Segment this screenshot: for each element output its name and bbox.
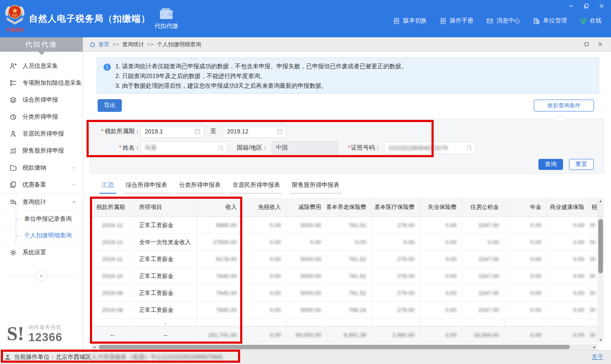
titlebar-menu-online-status[interactable]: 在线	[580, 17, 602, 25]
period-to-input[interactable]: 2019.12	[223, 125, 286, 138]
period-from-input[interactable]: 2019.1	[140, 125, 204, 138]
cell-empty	[197, 319, 242, 326]
sidebar-menu: 人员信息采集专项附加扣除信息采集综合所得申报分类所得申报非居民所得申报限售股所得…	[0, 52, 83, 261]
titlebar-menu-version-switch[interactable]: 版本切换	[393, 17, 427, 25]
period-label: *税款所属期：	[90, 128, 140, 135]
sidebar-item-restricted-stock[interactable]: 限售股所得申报	[0, 142, 83, 159]
about-link[interactable]: 关于	[591, 353, 603, 361]
cell-period: 2019-12	[91, 234, 134, 250]
export-button[interactable]: 导出	[98, 99, 122, 112]
panel-close-icon[interactable]	[597, 42, 603, 47]
cell-empty	[286, 319, 327, 326]
scroll-up-icon[interactable]: ▲	[597, 198, 604, 204]
table-row-0[interactable]: 2019-12正常工资薪金9985.000.005000.00761.52279…	[91, 217, 597, 234]
cell-value-5: 0.00	[420, 268, 462, 284]
person-plus-icon	[9, 62, 17, 70]
module-tab-withholding[interactable]: 代扣代缴	[147, 0, 186, 37]
name-input[interactable]: 马某	[140, 142, 227, 154]
hotline-label: 纳税服务热线	[28, 324, 62, 331]
cell-value-6: 1547.00	[462, 302, 504, 318]
tab-summary[interactable]: 汇总	[99, 181, 116, 194]
cell-value-1: 0.00	[242, 302, 286, 318]
cell-value-8: 0.00	[547, 217, 590, 233]
cell-value-0: 7645.00	[197, 302, 242, 318]
cell-income-item: 正常工资薪金	[134, 251, 197, 267]
scroll-down-icon[interactable]: ▼	[597, 337, 604, 343]
table-row-1[interactable]: 2019-12全年一次性奖金收入27500.000.000.000.000.00…	[91, 234, 597, 251]
cell-value-0: 27500.00	[197, 234, 242, 250]
cell-value-3: 761.52	[327, 217, 372, 233]
sidebar-item-preferential-filing[interactable]: 优惠备案	[0, 176, 83, 193]
cell-period: 2019-10	[91, 268, 134, 284]
sidebar-item-classified-income[interactable]: 分类所得申报	[0, 108, 83, 125]
titlebar-menu-label: 版本切换	[403, 17, 427, 25]
cell-value-6: 1547.00	[462, 217, 504, 233]
sidebar-item-label: 非居民所得申报	[22, 130, 64, 138]
window-minimize-icon[interactable]	[568, 3, 575, 9]
table-row-partial: ..	[91, 319, 597, 326]
sidebar-item-comprehensive-income[interactable]: 综合所得申报	[0, 92, 83, 108]
nationality-input[interactable]: 中国	[272, 142, 338, 154]
cell-empty	[372, 319, 420, 326]
breadcrumb-home[interactable]: 首页	[98, 41, 109, 48]
calendar-icon	[277, 128, 283, 135]
tab-report-4[interactable]: 限售股所得申报表	[289, 181, 342, 194]
sidebar-collapse-button[interactable]: «	[36, 270, 48, 281]
cell-value-8: 0.00	[547, 285, 590, 301]
sidebar-item-tax-payment[interactable]: 税款缴纳	[0, 159, 83, 176]
cell-partial-ellipsis: ..	[134, 319, 197, 326]
collapse-query-button[interactable]: 收折查询条件	[534, 100, 594, 111]
titlebar-menu-unit-management[interactable]: 单位管理	[533, 17, 567, 25]
sidebar-item-nonresident-income[interactable]: 非居民所得申报	[0, 125, 83, 142]
current-unit-visible: 北京市西城区	[56, 353, 91, 361]
query-button[interactable]: 查询	[538, 159, 563, 170]
vertical-scrollbar[interactable]: ▲ ▼	[597, 198, 604, 343]
sidebar-subitem-unit-declare-record-query[interactable]: 单位申报记录查询	[0, 210, 83, 227]
sidebar-item-personnel-info[interactable]: 人员信息采集	[0, 58, 83, 75]
tab-report-2[interactable]: 分类所得申报表	[177, 181, 223, 194]
search-list-icon	[9, 198, 17, 206]
sidebar-collapse-row: «	[0, 267, 83, 284]
cell-value-5: 0.00	[420, 302, 462, 318]
cell-value-7: 0.00	[504, 251, 547, 267]
panel-maximize-icon[interactable]	[584, 42, 590, 47]
cell-value-1: 0.00	[242, 268, 286, 284]
table-row-4[interactable]: 2019-09正常工资薪金7645.000.005000.00761.52279…	[91, 285, 597, 302]
scroll-right-icon[interactable]: ►	[591, 344, 597, 350]
cell-empty	[327, 319, 372, 326]
tab-report-1[interactable]: 综合所得申报表	[123, 181, 170, 194]
cell-value-3: 761.52	[327, 285, 372, 301]
cell-empty	[462, 319, 504, 326]
sidebar-item-query-statistics[interactable]: 查询统计	[0, 193, 83, 210]
reset-button[interactable]: 重置	[569, 159, 594, 170]
window-restore-icon[interactable]	[583, 3, 590, 9]
cell-value-9: 0.00	[590, 251, 597, 267]
search-icon[interactable]	[466, 145, 473, 151]
hotline-number: 12366	[28, 331, 62, 344]
sidebar-item-label: 人员信息采集	[22, 62, 58, 70]
org-icon	[533, 17, 540, 25]
titlebar-menu-manual[interactable]: 操作手册	[440, 17, 474, 25]
id-number-masked: 110102199304221079	[388, 144, 447, 151]
tax-bureau-logo: 中国税务	[3, 3, 26, 35]
tab-report-3[interactable]: 非居民所得申报表	[230, 181, 283, 194]
vertical-scroll-thumb[interactable]	[598, 219, 603, 273]
sidebar-item-special-deduction[interactable]: 专项附加扣除信息采集	[0, 75, 83, 92]
online-icon	[580, 17, 587, 25]
id-number-input[interactable]: 110102199304221079	[384, 142, 476, 154]
table-row-3[interactable]: 2019-10正常工资薪金7645.000.005000.00761.52279…	[91, 268, 597, 285]
search-icon[interactable]	[218, 145, 224, 151]
cell-value-2: 5000.00	[286, 302, 327, 318]
chevron-down-icon	[71, 165, 77, 171]
window-close-icon[interactable]	[598, 3, 605, 9]
sidebar-item-system-settings[interactable]: 系统设置	[0, 244, 83, 261]
sidebar-subitem-personal-withholding-detail-query[interactable]: 个人扣缴明细查询	[0, 227, 83, 244]
current-unit-masked: 人力资源服务（集团）中心(12101052339687584)	[91, 353, 223, 361]
horizontal-scrollbar[interactable]: ◄ ►	[91, 344, 597, 350]
scroll-left-icon[interactable]: ◄	[91, 344, 97, 350]
table-row-5[interactable]: 2019-08正常工资薪金7645.000.005000.00798.24279…	[91, 302, 597, 319]
horizontal-scroll-thumb[interactable]	[99, 345, 570, 349]
titlebar-menu-message-center[interactable]: 消息中心	[486, 17, 520, 25]
cell-value-3: 761.52	[327, 251, 372, 267]
table-row-2[interactable]: 2019-11正常工资薪金9178.000.005000.00761.52279…	[91, 251, 597, 268]
